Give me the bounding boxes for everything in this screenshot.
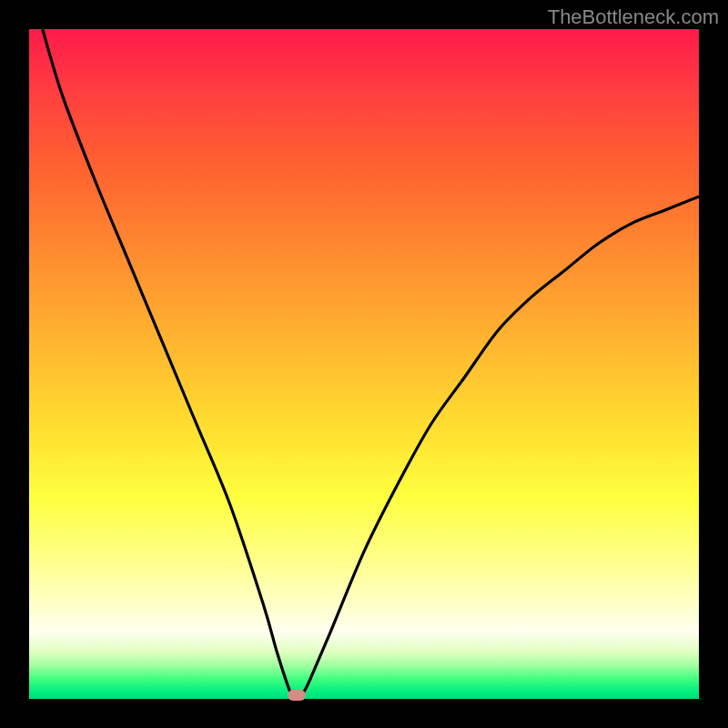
curve-layer	[29, 29, 699, 699]
chart-frame: TheBottleneck.com	[0, 0, 728, 728]
bottleneck-curve	[43, 29, 699, 699]
minimum-marker	[288, 690, 306, 701]
watermark-text: TheBottleneck.com	[548, 5, 719, 29]
